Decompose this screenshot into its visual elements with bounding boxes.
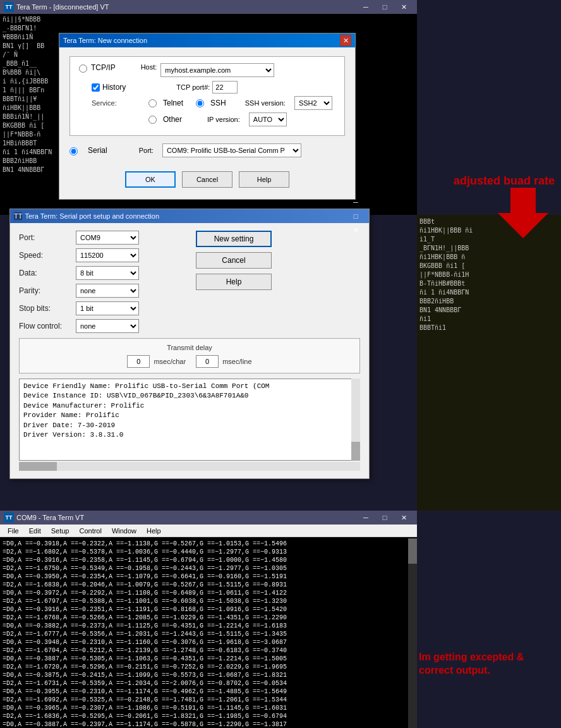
serial-port-label: Port: [139, 147, 154, 154]
serial-radio[interactable] [69, 147, 78, 155]
terminal-line: =D0,A ==−0.3965,A ==−0.2307,A ==−1.1086,… [3, 704, 414, 712]
bottom-menu-setup[interactable]: Setup [46, 526, 75, 536]
telnet-radio[interactable] [148, 99, 157, 107]
port-select[interactable]: COM9 [76, 231, 139, 245]
transmit-delay-title: Transmit delay [26, 344, 353, 351]
stopbits-select[interactable]: 1 bit [76, 301, 139, 315]
h-scrollbar-thumb [19, 462, 57, 471]
bottom-menu-control[interactable]: Control [74, 526, 106, 536]
other-label: Other [163, 115, 182, 124]
baud-rate-arrow [492, 188, 555, 238]
serial-help-button[interactable]: Help [196, 274, 272, 290]
serial-label: Serial [88, 146, 107, 155]
data-select[interactable]: 8 bit [76, 266, 139, 280]
serial-fields-grid: Port: COM9 Speed: 115200 Data: 8 bit [19, 231, 360, 333]
terminal-line: =D2,A ==−1.6720,A ==−0.5296,A ==−0.2151,… [3, 663, 414, 671]
terminal-line: =D2,A ==−1.6768,A ==−0.5266,A ==−1.2085,… [3, 614, 414, 622]
baud-rate-text: adjusted buad rate [454, 174, 555, 188]
serial-maximize[interactable]: □ [346, 209, 365, 223]
parity-field-row: Parity: none [19, 284, 183, 298]
terminal-line: =D2,A ==−1.6838,A ==−0.2046,A ==−1.0079,… [3, 581, 414, 589]
other-radio[interactable] [148, 116, 157, 124]
speed-field-row: Speed: 115200 [19, 248, 183, 262]
close-button[interactable]: ✕ [394, 0, 413, 14]
serial-setup-title: Tera Term: Serial port setup and connect… [25, 212, 346, 220]
maximize-button[interactable]: □ [375, 0, 394, 14]
new-connection-close[interactable]: ✕ [340, 35, 351, 46]
app-icon: TT [4, 2, 14, 12]
parity-select[interactable]: none [76, 284, 139, 298]
device-scrollbar-thumb [351, 442, 360, 461]
minimize-button[interactable]: ─ [356, 0, 375, 14]
serial-dialog-icon: TT [14, 212, 22, 220]
serial-setup-body: Port: COM9 Speed: 115200 Data: 8 bit [10, 223, 369, 478]
new-setting-button[interactable]: New setting [196, 231, 272, 247]
main-window-title: Tera Term - [disconnected] VT [16, 3, 356, 11]
port-label: Port: [19, 233, 76, 242]
msec-line-label: msec/line [222, 358, 251, 365]
bottom-scrollbar-thumb [408, 538, 417, 564]
host-select[interactable]: myhost.example.com [160, 63, 274, 77]
msec-line-input[interactable] [196, 355, 219, 368]
tcpip-radio[interactable] [79, 64, 87, 73]
bottom-maximize[interactable]: □ [375, 511, 394, 525]
tcpip-section: TCP/IP Host: myhost.example.com History … [69, 56, 345, 136]
history-row: History TCP port#: [79, 81, 335, 94]
serial-setup-dialog: TT Tera Term: Serial port setup and conn… [9, 209, 370, 479]
bottom-terminal-window: TT COM9 - Tera Term VT ─ □ ✕ File Edit S… [0, 511, 417, 728]
ip-version-label: IP version: [207, 116, 240, 123]
h-scrollbar[interactable] [19, 462, 360, 471]
bottom-close[interactable]: ✕ [394, 511, 413, 525]
connection-dialog-buttons: OK Cancel Help [69, 166, 345, 190]
tcp-port-input[interactable] [212, 81, 238, 94]
terminal-line: =D0,A ==−0.3948,A ==−0.2310,A ==−1.1160,… [3, 638, 414, 646]
window-controls: ─ □ ✕ [356, 0, 413, 14]
terminal-line: =D0,A ==−0.3875,A ==−0.2415,A ==−1.1099,… [3, 671, 414, 679]
history-checkbox[interactable] [92, 83, 100, 92]
stopbits-field-row: Stop bits: 1 bit [19, 301, 183, 315]
bottom-menu-window[interactable]: Window [107, 526, 142, 536]
msec-char-input[interactable] [127, 355, 150, 368]
other-row: Other IP version: AUTO [79, 112, 335, 126]
main-titlebar: TT Tera Term - [disconnected] VT ─ □ ✕ [0, 0, 417, 14]
speed-select[interactable]: 115200 [76, 248, 139, 262]
flowcontrol-label: Flow control: [19, 322, 76, 331]
device-scrollbar[interactable] [351, 379, 360, 461]
right-bg-content: BBBt ñi1HBK||BBB ñi i1_T _BΓN1H!_||BBB ñ… [417, 215, 561, 511]
terminal-line: =D2,A ==−1.6797,A ==−0.5388,A ==−1.1001,… [3, 597, 414, 605]
ssh-version-select[interactable]: SSH2 [294, 96, 332, 110]
tcpip-radio-row: TCP/IP Host: myhost.example.com [79, 63, 335, 77]
output-text: Im getting excepted &correct output. [419, 651, 558, 677]
service-label: Service: [92, 99, 142, 107]
terminal-line: =D0,A ==−0.3887,A ==−0.2397,A ==−1.1174,… [3, 720, 414, 727]
ssh-radio[interactable] [196, 99, 204, 107]
bottom-menu-file[interactable]: File [3, 526, 24, 536]
serial-minimize[interactable]: ─ [346, 195, 365, 209]
bottom-menubar: File Edit Setup Control Window Help [0, 525, 417, 537]
help-button[interactable]: Help [239, 171, 289, 188]
bottom-vscrollbar[interactable] [408, 538, 417, 728]
serial-port-select[interactable]: COM9: Prolific USB-to-Serial Comm P [162, 143, 301, 157]
flowcontrol-select[interactable]: none [76, 319, 139, 333]
host-label: Host: [141, 63, 157, 71]
tcp-port-label: TCP port#: [176, 83, 210, 91]
terminal-line: =D0,A ==−0.3955,A ==−0.2310,A ==−1.1174,… [3, 688, 414, 696]
flowcontrol-field-row: Flow control: none [19, 319, 183, 333]
serial-cancel-button[interactable]: Cancel [196, 252, 272, 269]
transmit-delay-row: msec/char msec/line [26, 355, 353, 368]
terminal-line: =D0,A ==−0.3972,A ==−0.2292,A ==−1.1108,… [3, 589, 414, 597]
msec-char-label: msec/char [154, 358, 186, 365]
cancel-button[interactable]: Cancel [182, 171, 232, 188]
port-field-row: Port: COM9 [19, 231, 183, 245]
bottom-menu-edit[interactable]: Edit [24, 526, 46, 536]
bottom-terminal-content: =D0,A ==−0.3918,A ==−0.2322,A ==−1.1138,… [0, 537, 417, 727]
new-connection-body: TCP/IP Host: myhost.example.com History … [59, 47, 355, 199]
bottom-menu-help[interactable]: Help [142, 526, 166, 536]
bottom-minimize[interactable]: ─ [356, 511, 375, 525]
serial-setup-titlebar: TT Tera Term: Serial port setup and conn… [10, 209, 369, 223]
terminal-line: =D0,A ==−0.3918,A ==−0.2322,A ==−1.1138,… [3, 540, 414, 548]
new-connection-titlebar: Tera Term: New connection ✕ [59, 33, 355, 47]
terminal-line: =D2,A ==−1.6802,A ==−0.5378,A ==−1.0036,… [3, 548, 414, 556]
ip-version-select[interactable]: AUTO [249, 112, 287, 126]
ok-button[interactable]: OK [125, 171, 176, 188]
